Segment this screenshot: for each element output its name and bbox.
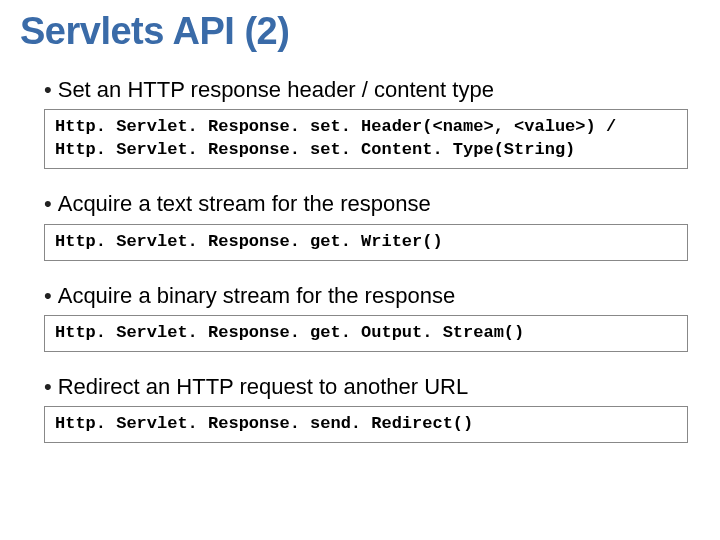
bullet-text: Redirect an HTTP request to another URL	[58, 374, 468, 400]
slide-content: • Set an HTTP response header / content …	[0, 77, 720, 443]
code-block: Http. Servlet. Response. set. Header(<na…	[44, 109, 688, 169]
bullet-item: • Redirect an HTTP request to another UR…	[44, 374, 688, 400]
bullet-marker: •	[44, 191, 52, 217]
code-block: Http. Servlet. Response. get. Writer()	[44, 224, 688, 261]
bullet-text: Set an HTTP response header / content ty…	[58, 77, 494, 103]
slide-title: Servlets API (2)	[0, 10, 720, 53]
bullet-item: • Set an HTTP response header / content …	[44, 77, 688, 103]
bullet-text: Acquire a text stream for the response	[58, 191, 431, 217]
bullet-item: • Acquire a text stream for the response	[44, 191, 688, 217]
code-block: Http. Servlet. Response. send. Redirect(…	[44, 406, 688, 443]
bullet-marker: •	[44, 77, 52, 103]
bullet-marker: •	[44, 374, 52, 400]
bullet-item: • Acquire a binary stream for the respon…	[44, 283, 688, 309]
code-block: Http. Servlet. Response. get. Output. St…	[44, 315, 688, 352]
bullet-marker: •	[44, 283, 52, 309]
bullet-text: Acquire a binary stream for the response	[58, 283, 455, 309]
